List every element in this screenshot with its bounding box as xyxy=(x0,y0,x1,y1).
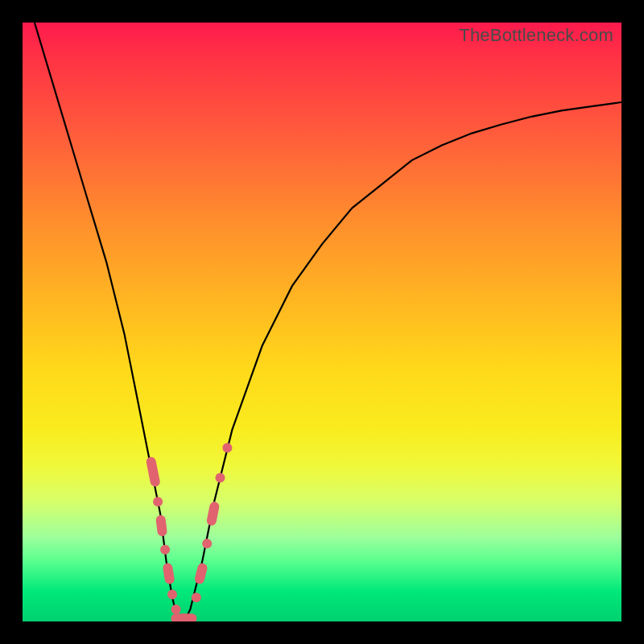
svg-point-14 xyxy=(222,443,232,452)
svg-point-3 xyxy=(160,545,170,555)
svg-rect-12 xyxy=(206,501,221,526)
svg-point-5 xyxy=(167,590,177,600)
svg-rect-4 xyxy=(162,563,175,585)
plot-area: TheBottleneck.com xyxy=(23,23,621,621)
svg-point-11 xyxy=(202,539,212,548)
svg-point-1 xyxy=(153,497,163,506)
svg-rect-2 xyxy=(155,514,167,536)
svg-point-13 xyxy=(216,473,225,482)
svg-point-9 xyxy=(192,592,201,602)
svg-rect-0 xyxy=(146,456,161,488)
watermark-text: TheBottleneck.com xyxy=(459,25,613,46)
svg-rect-7 xyxy=(171,613,189,621)
svg-rect-8 xyxy=(179,613,196,621)
svg-point-6 xyxy=(171,605,181,614)
outer-frame: TheBottleneck.com xyxy=(0,0,644,644)
svg-rect-10 xyxy=(194,562,208,584)
bottleneck-curve xyxy=(23,23,621,621)
